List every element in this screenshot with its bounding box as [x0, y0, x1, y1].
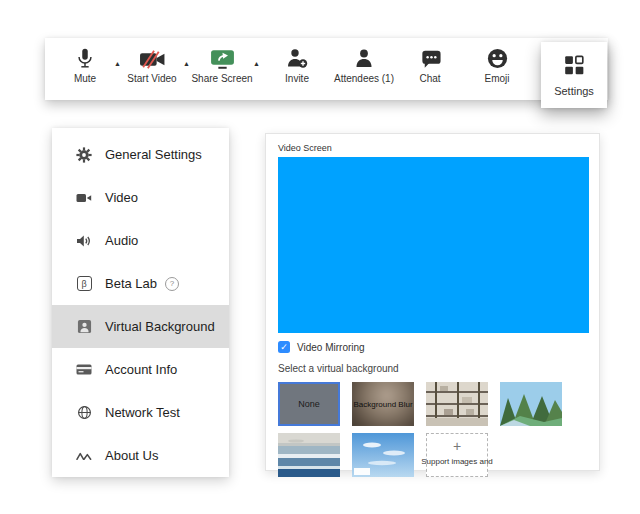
- invite-button[interactable]: Invite: [259, 45, 335, 84]
- sidebar-item-label: Network Test: [105, 405, 180, 420]
- sidebar-item-label: Video: [105, 190, 138, 205]
- help-circle-icon[interactable]: ?: [165, 277, 179, 291]
- add-background-button[interactable]: + Support images and: [426, 433, 488, 477]
- video-camera-off-icon: [139, 45, 166, 70]
- chat-button[interactable]: Chat: [392, 45, 468, 84]
- sidebar-item-about-us[interactable]: About Us: [52, 434, 229, 477]
- video-screen-label: Video Screen: [278, 143, 587, 153]
- chat-bubble-icon: [419, 45, 442, 70]
- sidebar-item-audio[interactable]: Audio: [52, 219, 229, 262]
- background-tile-none[interactable]: None: [278, 382, 340, 426]
- emoji-smiley-icon: [486, 45, 509, 70]
- add-background-hint: Support images and: [421, 457, 493, 466]
- id-card-icon: [75, 363, 93, 376]
- video-preview-screen: [278, 157, 589, 333]
- sidebar-item-label: About Us: [105, 448, 158, 463]
- background-tile-ocean[interactable]: [278, 433, 340, 477]
- emoji-button[interactable]: Emoji: [459, 45, 535, 84]
- start-video-button[interactable]: Start Video: [114, 45, 190, 84]
- settings-label: Settings: [554, 85, 594, 97]
- settings-button[interactable]: Settings: [541, 42, 607, 108]
- sky-image: [352, 433, 414, 477]
- share-screen-button[interactable]: Share Screen: [184, 45, 260, 84]
- invite-label: Invite: [285, 73, 309, 84]
- background-tile-blur[interactable]: Background Blur: [352, 382, 414, 426]
- chat-label: Chat: [419, 73, 440, 84]
- attendees-button[interactable]: Attendees (1): [326, 45, 402, 84]
- background-thumbnails-grid: None Background Blur: [278, 382, 587, 477]
- sidebar-item-label: Account Info: [105, 362, 177, 377]
- gear-icon: [75, 147, 93, 163]
- sidebar-item-video[interactable]: Video: [52, 176, 229, 219]
- attendees-person-icon: [352, 45, 376, 70]
- sidebar-item-label: Virtual Background: [105, 319, 215, 334]
- start-video-label: Start Video: [127, 73, 176, 84]
- globe-icon: [75, 405, 93, 420]
- page: Mute ▲ Start Video ▲: [0, 0, 640, 514]
- video-camera-icon: [75, 192, 93, 204]
- sidebar-item-label: Beta Lab: [105, 276, 157, 291]
- sidebar-item-label: Audio: [105, 233, 138, 248]
- video-mirroring-label: Video Mirroring: [297, 342, 365, 353]
- microphone-icon: [74, 45, 96, 70]
- attendees-label: Attendees (1): [334, 73, 394, 84]
- speaker-icon: [75, 234, 93, 248]
- video-mirroring-checkbox[interactable]: ✓: [278, 341, 290, 353]
- background-tile-shelves[interactable]: [426, 382, 488, 426]
- shelves-image: [426, 382, 488, 426]
- virtual-background-panel: Video Screen ✓ Video Mirroring Select a …: [265, 133, 600, 471]
- select-background-label: Select a virtual background: [278, 363, 587, 374]
- check-icon: ✓: [280, 342, 288, 352]
- sidebar-item-label: General Settings: [105, 147, 202, 162]
- blur-tile-label: Background Blur: [353, 400, 412, 409]
- portrait-photo-icon: [75, 319, 93, 334]
- plus-icon: +: [427, 438, 487, 454]
- background-tile-sky[interactable]: [352, 433, 414, 477]
- emoji-label: Emoji: [484, 73, 509, 84]
- meeting-toolbar: Mute ▲ Start Video ▲: [45, 38, 608, 100]
- ocean-image: [278, 433, 340, 477]
- background-tile-mountains[interactable]: [500, 382, 562, 426]
- mountains-image: [500, 382, 562, 426]
- none-tile-label: None: [298, 399, 320, 409]
- sidebar-item-account-info[interactable]: Account Info: [52, 348, 229, 391]
- settings-sidebar: General Settings Video Audio: [52, 128, 229, 477]
- mute-button[interactable]: Mute: [47, 45, 123, 84]
- settings-grid-icon: [563, 54, 585, 80]
- video-mirroring-row: ✓ Video Mirroring: [278, 341, 587, 353]
- sidebar-item-general-settings[interactable]: General Settings: [52, 133, 229, 176]
- sidebar-item-network-test[interactable]: Network Test: [52, 391, 229, 434]
- sidebar-item-beta-lab[interactable]: β Beta Lab ?: [52, 262, 229, 305]
- mute-label: Mute: [74, 73, 96, 84]
- peaks-icon: [75, 451, 93, 461]
- share-screen-icon: [209, 45, 236, 70]
- share-screen-label: Share Screen: [191, 73, 252, 84]
- sidebar-item-virtual-background[interactable]: Virtual Background: [52, 305, 229, 348]
- beta-box-icon: β: [75, 276, 93, 291]
- invite-person-plus-icon: [285, 45, 309, 70]
